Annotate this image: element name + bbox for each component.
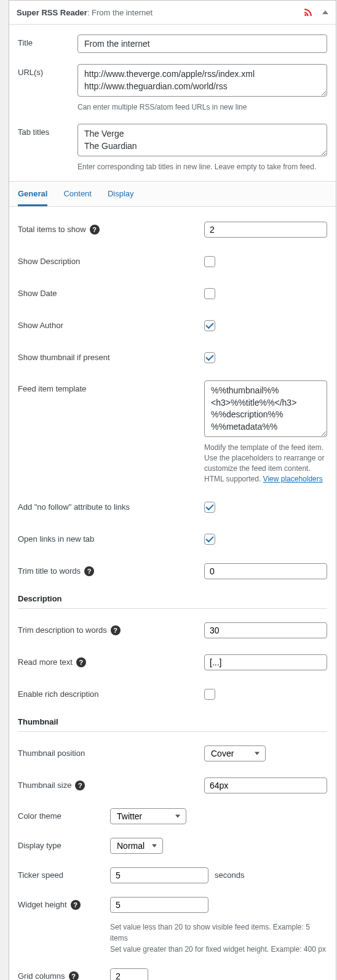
tab-display[interactable]: Display [108, 182, 134, 206]
widget-title-main: Super RSS Reader [17, 8, 87, 17]
description-heading: Description [18, 594, 327, 609]
trim-title-label: Trim title to words [18, 566, 81, 576]
help-icon[interactable]: ? [90, 225, 100, 235]
tabtitles-textarea[interactable]: The Verge The Guardian [77, 124, 327, 156]
show-author-label: Show Author [18, 321, 63, 330]
richdesc-checkbox[interactable] [204, 689, 215, 700]
tabs-bar: General Content Display [9, 181, 336, 207]
help-icon[interactable]: ? [71, 900, 81, 910]
readmore-label: Read more text [18, 657, 73, 667]
urls-label: URL(s) [18, 64, 77, 77]
help-icon[interactable]: ? [84, 566, 94, 576]
widget-panel: Super RSS Reader: From the internet Titl… [9, 0, 336, 980]
tabtitles-label: Tab titles [18, 124, 77, 137]
widget-header[interactable]: Super RSS Reader: From the internet [9, 1, 336, 25]
display-type-select[interactable]: Normal [110, 838, 163, 854]
color-theme-select[interactable]: Twitter [110, 808, 186, 824]
help-icon[interactable]: ? [76, 657, 86, 667]
help-icon[interactable]: ? [69, 971, 79, 980]
thumbnail-heading: Thumbnail [18, 717, 327, 732]
show-thumb-label: Show thumbnail if present [18, 353, 110, 362]
feed-template-textarea[interactable]: %%thumbnail%% <h3>%%title%%</h3> %%descr… [204, 380, 327, 437]
nofollow-checkbox[interactable] [204, 502, 215, 513]
total-items-label: Total items to show [18, 225, 86, 234]
feed-template-help: Modify the template of the feed item. Us… [204, 443, 327, 484]
thumb-size-label: Thumbnail size [18, 781, 71, 790]
richdesc-label: Enable rich description [18, 689, 99, 699]
widget-height-label: Widget height [18, 900, 67, 909]
trim-title-input[interactable] [204, 563, 327, 579]
show-desc-checkbox[interactable] [204, 256, 215, 267]
show-thumb-checkbox[interactable] [204, 352, 215, 363]
trim-desc-label: Trim description to words [18, 625, 107, 635]
nofollow-label: Add "no follow" attribute to links [18, 502, 130, 512]
thumb-pos-select[interactable]: Cover [204, 745, 266, 761]
readmore-input[interactable] [204, 654, 327, 670]
thumb-pos-label: Thumbnail position [18, 749, 85, 758]
widget-title-sub: : From the internet [87, 8, 153, 17]
grid-cols-label: Grid columns [18, 971, 65, 980]
newtab-label: Open links in new tab [18, 534, 94, 544]
show-date-label: Show Date [18, 289, 57, 298]
tab-general[interactable]: General [18, 182, 47, 206]
display-type-label: Display type [18, 841, 61, 850]
trim-desc-input[interactable] [204, 622, 327, 638]
color-theme-label: Color theme [18, 811, 61, 821]
help-icon[interactable]: ? [111, 625, 121, 635]
rss-icon [303, 7, 314, 18]
widget-title: Super RSS Reader: From the internet [17, 8, 303, 17]
feed-template-label: Feed item template [18, 384, 86, 393]
ticker-speed-label: Ticker speed [18, 870, 63, 880]
widget-height-help: Set value less than 20 to show visible f… [110, 922, 327, 955]
title-input[interactable] [77, 34, 327, 53]
show-desc-label: Show Description [18, 257, 80, 266]
thumb-size-input[interactable] [204, 777, 327, 793]
show-date-checkbox[interactable] [204, 288, 215, 299]
widget-body: Title URL(s) http://www.theverge.com/app… [9, 25, 336, 980]
ticker-speed-suffix: seconds [215, 870, 244, 880]
help-icon[interactable]: ? [75, 781, 85, 790]
show-author-checkbox[interactable] [204, 320, 215, 331]
collapse-toggle-icon[interactable] [322, 10, 328, 14]
urls-textarea[interactable]: http://www.theverge.com/apple/rss/index.… [77, 64, 327, 97]
title-label: Title [18, 34, 77, 47]
tabtitles-help: Enter corresponding tab titles in new li… [77, 162, 327, 172]
urls-help: Can enter multiple RSS/atom feed URLs in… [77, 102, 327, 113]
ticker-speed-input[interactable] [110, 867, 208, 883]
total-items-input[interactable] [204, 222, 327, 238]
grid-cols-input[interactable] [110, 968, 148, 980]
newtab-checkbox[interactable] [204, 534, 215, 545]
tab-content[interactable]: Content [63, 182, 92, 206]
widget-height-input[interactable] [110, 897, 208, 913]
settings-body: Total items to show ? Show Description S… [18, 207, 327, 980]
view-placeholders-link[interactable]: View placeholders [263, 475, 323, 483]
